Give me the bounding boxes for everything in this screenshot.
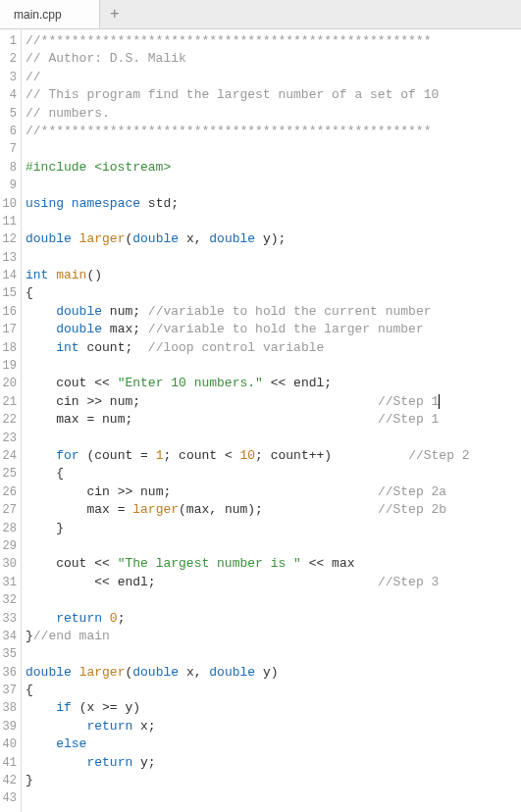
line-number: 19 — [0, 357, 21, 375]
line-number: 23 — [0, 430, 21, 447]
code-line[interactable] — [26, 537, 521, 555]
line-number: 20 — [0, 375, 21, 392]
code-line[interactable]: // numbers. — [26, 105, 521, 123]
line-number: 17 — [0, 321, 21, 338]
line-number: 5 — [0, 105, 21, 123]
line-number: 18 — [0, 339, 21, 357]
code-line[interactable]: } — [26, 772, 521, 789]
line-number: 3 — [0, 69, 21, 86]
code-line[interactable]: double larger(double x, double y) — [26, 664, 521, 682]
code-line[interactable]: { — [26, 284, 521, 302]
code-line[interactable]: } — [26, 520, 521, 537]
line-number: 37 — [0, 682, 21, 699]
code-line[interactable]: cin >> num; //Step 1 — [26, 393, 521, 411]
code-line[interactable] — [26, 140, 521, 158]
line-number: 27 — [0, 501, 21, 519]
code-line[interactable]: else — [26, 736, 521, 753]
code-line[interactable]: // This program find the largest number … — [26, 86, 521, 104]
line-number: 34 — [0, 628, 21, 645]
line-number: 38 — [0, 699, 21, 717]
line-number: 41 — [0, 754, 21, 772]
code-line[interactable]: max = num; //Step 1 — [26, 411, 521, 429]
line-number-gutter: 1234567891011121314151617181920212223242… — [0, 29, 22, 812]
line-number: 11 — [0, 213, 21, 230]
code-line[interactable]: double num; //variable to hold the curre… — [26, 303, 521, 321]
line-number: 6 — [0, 123, 21, 140]
line-number: 31 — [0, 574, 21, 591]
code-line[interactable]: using namespace std; — [26, 195, 521, 213]
code-line[interactable]: cin >> num; //Step 2a — [26, 483, 521, 501]
code-line[interactable]: << endl; //Step 3 — [26, 574, 521, 591]
code-line[interactable] — [26, 645, 521, 663]
line-number: 12 — [0, 230, 21, 248]
line-number: 15 — [0, 284, 21, 302]
code-line[interactable] — [26, 789, 521, 807]
line-number: 16 — [0, 303, 21, 321]
line-number: 2 — [0, 50, 21, 68]
code-line[interactable] — [26, 249, 521, 267]
tab-label: main.cpp — [14, 8, 62, 22]
code-line[interactable] — [26, 177, 521, 194]
code-editor: 1234567891011121314151617181920212223242… — [0, 29, 521, 812]
code-area[interactable]: //**************************************… — [22, 29, 521, 812]
line-number: 4 — [0, 86, 21, 104]
line-number: 10 — [0, 195, 21, 213]
code-line[interactable]: //**************************************… — [26, 123, 521, 140]
line-number: 14 — [0, 267, 21, 284]
line-number: 22 — [0, 411, 21, 429]
code-line[interactable]: return y; — [26, 754, 521, 772]
code-line[interactable]: for (count = 1; count < 10; count++) //S… — [26, 447, 521, 465]
code-line[interactable]: if (x >= y) — [26, 699, 521, 717]
code-line[interactable]: return x; — [26, 718, 521, 736]
code-line[interactable]: int main() — [26, 267, 521, 284]
line-number: 36 — [0, 664, 21, 682]
code-line[interactable]: }//end main — [26, 628, 521, 645]
line-number: 29 — [0, 537, 21, 555]
code-line[interactable]: double larger(double x, double y); — [26, 230, 521, 248]
line-number: 28 — [0, 520, 21, 537]
code-line[interactable]: #include <iostream> — [26, 159, 521, 177]
line-number: 42 — [0, 772, 21, 789]
code-line[interactable]: // Author: D.S. Malik — [26, 50, 521, 68]
code-line[interactable]: { — [26, 465, 521, 482]
line-number: 30 — [0, 555, 21, 573]
code-line[interactable]: cout << "The largest number is " << max — [26, 555, 521, 573]
tab-add-button[interactable]: + — [100, 0, 130, 28]
code-line[interactable]: double max; //variable to hold the large… — [26, 321, 521, 338]
line-number: 25 — [0, 465, 21, 482]
tab-main-cpp[interactable]: main.cpp — [0, 0, 100, 28]
code-line[interactable]: cout << "Enter 10 numbers." << endl; — [26, 375, 521, 392]
line-number: 8 — [0, 159, 21, 177]
line-number: 40 — [0, 736, 21, 753]
code-line[interactable]: int count; //loop control variable — [26, 339, 521, 357]
code-line[interactable]: // — [26, 69, 521, 86]
line-number: 24 — [0, 447, 21, 465]
line-number: 35 — [0, 645, 21, 663]
line-number: 33 — [0, 610, 21, 628]
code-line[interactable] — [26, 213, 521, 230]
line-number: 13 — [0, 249, 21, 267]
line-number: 39 — [0, 718, 21, 736]
line-number: 43 — [0, 789, 21, 807]
tab-bar: main.cpp + — [0, 0, 521, 29]
code-line[interactable]: max = larger(max, num); //Step 2b — [26, 501, 521, 519]
code-line[interactable]: return 0; — [26, 610, 521, 628]
line-number: 9 — [0, 177, 21, 194]
text-cursor — [439, 394, 440, 409]
line-number: 1 — [0, 32, 21, 50]
line-number: 32 — [0, 591, 21, 609]
code-line[interactable] — [26, 357, 521, 375]
code-line[interactable]: //**************************************… — [26, 32, 521, 50]
code-line[interactable]: { — [26, 682, 521, 699]
code-line[interactable] — [26, 430, 521, 447]
line-number: 7 — [0, 140, 21, 158]
line-number: 21 — [0, 393, 21, 411]
plus-icon: + — [110, 6, 120, 24]
line-number: 26 — [0, 483, 21, 501]
code-line[interactable] — [26, 591, 521, 609]
